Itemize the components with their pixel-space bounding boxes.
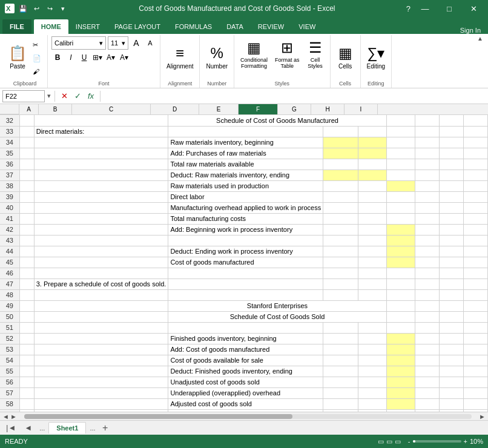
cell-G[interactable] (415, 289, 439, 300)
cell-D[interactable] (323, 377, 358, 387)
cell-E[interactable] (358, 148, 386, 159)
cell-G[interactable] (415, 278, 439, 289)
cell-C[interactable]: Cost of goods manufactured (168, 257, 323, 268)
editing-button[interactable]: ∑▾ Editing (364, 36, 388, 71)
scroll-track-h[interactable] (24, 414, 472, 419)
underline-button[interactable]: U (78, 51, 90, 64)
cell-F[interactable] (386, 268, 415, 278)
cell-I[interactable] (463, 366, 487, 377)
cell-B[interactable] (34, 398, 168, 409)
zoom-slider[interactable] (413, 440, 461, 443)
cell-G[interactable] (415, 344, 439, 355)
col-header-I[interactable]: I (345, 104, 378, 115)
cell-I[interactable] (463, 159, 487, 170)
cell-I[interactable] (463, 387, 487, 398)
cell-I[interactable] (463, 377, 487, 387)
cell-I[interactable] (463, 409, 487, 412)
cell-D[interactable] (323, 224, 358, 235)
zoom-out-button[interactable]: - (408, 438, 411, 445)
cell-A[interactable] (19, 115, 34, 126)
tab-formulas[interactable]: FORMULAS (168, 19, 219, 34)
cell-E[interactable] (358, 387, 386, 398)
col-header-B[interactable]: B (39, 104, 72, 115)
cell-A[interactable] (19, 191, 34, 202)
cell-C[interactable] (168, 278, 323, 289)
cell-E[interactable] (358, 333, 386, 344)
cell-A[interactable] (19, 235, 34, 246)
horizontal-scrollbar[interactable]: ◄ ► ► (0, 412, 488, 420)
cell-F[interactable] (386, 311, 415, 322)
cell-D[interactable] (323, 191, 358, 202)
cell-E[interactable] (358, 355, 386, 366)
cell-A[interactable] (19, 322, 34, 333)
cell-G[interactable] (415, 333, 439, 344)
cell-I[interactable] (463, 300, 487, 311)
cell-A[interactable] (19, 333, 34, 344)
cell-H[interactable] (439, 235, 463, 246)
cell-B[interactable] (34, 366, 168, 377)
col-header-A[interactable]: A (19, 104, 39, 115)
cell-I[interactable] (463, 322, 487, 333)
cell-B[interactable] (34, 387, 168, 398)
cell-H[interactable] (439, 257, 463, 268)
cell-G[interactable] (415, 180, 439, 191)
name-box-dropdown[interactable]: ▾ (47, 92, 51, 100)
cell-B[interactable] (34, 224, 168, 235)
tab-view[interactable]: VIEW (291, 19, 323, 34)
cell-C[interactable]: Deduct: Finished goods inventory, ending (168, 366, 323, 377)
cell-D[interactable] (323, 202, 358, 213)
cell-G[interactable] (415, 246, 439, 257)
cell-G[interactable] (415, 213, 439, 224)
cell-A[interactable] (19, 366, 34, 377)
cell-E[interactable] (358, 366, 386, 377)
cell-C[interactable] (168, 409, 323, 412)
cell-H[interactable] (439, 398, 463, 409)
cell-D[interactable] (323, 213, 358, 224)
cell-F[interactable] (386, 137, 415, 148)
cell-G[interactable] (415, 311, 439, 322)
cell-C[interactable]: Total manufacturing costs (168, 213, 323, 224)
cell-H[interactable] (439, 224, 463, 235)
sheet-tab-sheet1[interactable]: Sheet1 (48, 422, 86, 433)
cells-button[interactable]: ▦ Cells (334, 36, 356, 71)
cell-A[interactable] (19, 398, 34, 409)
cell-F[interactable] (386, 398, 415, 409)
fill-color-button[interactable]: A▾ (105, 51, 117, 64)
cell-F[interactable] (386, 409, 415, 412)
cancel-formula-button[interactable]: ✕ (59, 91, 70, 102)
cell-D[interactable] (323, 126, 358, 137)
cell-A[interactable] (19, 355, 34, 366)
tab-home[interactable]: HOME (34, 19, 68, 34)
cell-C[interactable] (168, 322, 323, 333)
paste-button[interactable]: 📋 Paste (6, 36, 29, 71)
cell-F[interactable] (386, 322, 415, 333)
cell-D[interactable] (323, 344, 358, 355)
cell-G[interactable] (415, 300, 439, 311)
cell-C[interactable]: Deduct: Raw materials inventory, ending (168, 170, 323, 180)
cell-I[interactable] (463, 115, 487, 126)
cell-E[interactable] (358, 126, 386, 137)
cell-E[interactable] (358, 257, 386, 268)
cell-H[interactable] (439, 213, 463, 224)
cell-D[interactable] (323, 322, 358, 333)
tab-insert[interactable]: INSERT (68, 19, 107, 34)
cell-C[interactable] (168, 126, 323, 137)
cell-G[interactable] (415, 268, 439, 278)
cell-I[interactable] (463, 257, 487, 268)
tab-file[interactable]: FILE (2, 19, 31, 34)
cell-D[interactable] (323, 170, 358, 180)
cell-G[interactable] (415, 366, 439, 377)
cell-B[interactable] (34, 246, 168, 257)
cell-D[interactable] (323, 148, 358, 159)
cell-D[interactable] (323, 257, 358, 268)
cell-E[interactable] (358, 409, 386, 412)
cell-H[interactable] (439, 137, 463, 148)
cell-G[interactable] (415, 387, 439, 398)
cell-D[interactable] (323, 246, 358, 257)
cell-H[interactable] (439, 333, 463, 344)
cell-G[interactable] (415, 398, 439, 409)
cell-C[interactable]: Add: Beginning work in process inventory (168, 224, 323, 235)
cell-F[interactable] (386, 366, 415, 377)
save-icon[interactable]: 💾 (18, 4, 28, 13)
cell-I[interactable] (463, 355, 487, 366)
